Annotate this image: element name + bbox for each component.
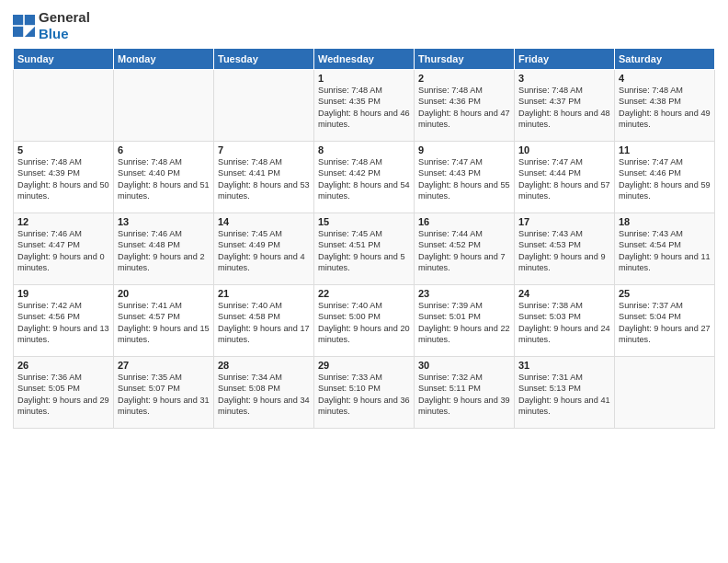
day-info: Sunrise: 7:48 AM Sunset: 4:38 PM Dayligh… — [619, 85, 711, 131]
day-number: 30 — [418, 360, 510, 371]
header: General Blue — [13, 9, 715, 42]
day-info: Sunrise: 7:48 AM Sunset: 4:40 PM Dayligh… — [118, 156, 210, 202]
calendar-cell: 9Sunrise: 7:47 AM Sunset: 4:43 PM Daylig… — [415, 142, 515, 213]
day-number: 1 — [318, 73, 410, 84]
day-info: Sunrise: 7:45 AM Sunset: 4:51 PM Dayligh… — [318, 228, 410, 274]
day-info: Sunrise: 7:35 AM Sunset: 5:07 PM Dayligh… — [118, 372, 210, 418]
calendar-cell: 2Sunrise: 7:48 AM Sunset: 4:36 PM Daylig… — [415, 70, 515, 142]
day-info: Sunrise: 7:34 AM Sunset: 5:08 PM Dayligh… — [218, 372, 310, 418]
calendar-cell: 10Sunrise: 7:47 AM Sunset: 4:44 PM Dayli… — [515, 142, 615, 213]
calendar-cell: 19Sunrise: 7:42 AM Sunset: 4:56 PM Dayli… — [14, 285, 114, 357]
calendar-cell — [114, 70, 214, 142]
day-number: 22 — [318, 288, 410, 299]
day-info: Sunrise: 7:48 AM Sunset: 4:41 PM Dayligh… — [218, 156, 310, 202]
calendar-cell — [615, 357, 715, 429]
calendar-cell: 21Sunrise: 7:40 AM Sunset: 4:58 PM Dayli… — [214, 285, 314, 357]
calendar-cell: 17Sunrise: 7:43 AM Sunset: 4:53 PM Dayli… — [515, 213, 615, 285]
calendar-cell: 18Sunrise: 7:43 AM Sunset: 4:54 PM Dayli… — [615, 213, 715, 285]
day-info: Sunrise: 7:47 AM Sunset: 4:44 PM Dayligh… — [518, 156, 610, 202]
day-info: Sunrise: 7:40 AM Sunset: 4:58 PM Dayligh… — [218, 300, 310, 346]
day-info: Sunrise: 7:43 AM Sunset: 4:53 PM Dayligh… — [518, 228, 610, 274]
day-number: 2 — [418, 73, 510, 84]
day-number: 18 — [619, 216, 711, 227]
day-header-thursday: Thursday — [415, 49, 515, 70]
day-number: 16 — [418, 216, 510, 227]
day-number: 7 — [218, 144, 310, 155]
day-number: 11 — [619, 144, 711, 155]
calendar-cell: 23Sunrise: 7:39 AM Sunset: 5:01 PM Dayli… — [415, 285, 515, 357]
day-info: Sunrise: 7:48 AM Sunset: 4:35 PM Dayligh… — [318, 85, 410, 131]
calendar-cell: 3Sunrise: 7:48 AM Sunset: 4:37 PM Daylig… — [515, 70, 615, 142]
calendar-week-row: 1Sunrise: 7:48 AM Sunset: 4:35 PM Daylig… — [14, 70, 715, 142]
calendar-cell — [14, 70, 114, 142]
day-info: Sunrise: 7:37 AM Sunset: 5:04 PM Dayligh… — [619, 300, 711, 346]
day-number: 8 — [318, 144, 410, 155]
svg-marker-3 — [25, 27, 35, 37]
day-info: Sunrise: 7:48 AM Sunset: 4:42 PM Dayligh… — [318, 156, 410, 202]
day-info: Sunrise: 7:36 AM Sunset: 5:05 PM Dayligh… — [17, 372, 109, 418]
day-number: 14 — [218, 216, 310, 227]
calendar-cell: 7Sunrise: 7:48 AM Sunset: 4:41 PM Daylig… — [214, 142, 314, 213]
calendar-week-row: 19Sunrise: 7:42 AM Sunset: 4:56 PM Dayli… — [14, 285, 715, 357]
calendar-week-row: 12Sunrise: 7:46 AM Sunset: 4:47 PM Dayli… — [14, 213, 715, 285]
calendar-cell: 27Sunrise: 7:35 AM Sunset: 5:07 PM Dayli… — [114, 357, 214, 429]
logo: General Blue — [13, 9, 90, 42]
calendar-cell: 5Sunrise: 7:48 AM Sunset: 4:39 PM Daylig… — [14, 142, 114, 213]
day-number: 23 — [418, 288, 510, 299]
calendar-cell: 24Sunrise: 7:38 AM Sunset: 5:03 PM Dayli… — [515, 285, 615, 357]
day-info: Sunrise: 7:33 AM Sunset: 5:10 PM Dayligh… — [318, 372, 410, 418]
calendar-cell: 6Sunrise: 7:48 AM Sunset: 4:40 PM Daylig… — [114, 142, 214, 213]
calendar-cell: 15Sunrise: 7:45 AM Sunset: 4:51 PM Dayli… — [314, 213, 415, 285]
calendar-cell: 30Sunrise: 7:32 AM Sunset: 5:11 PM Dayli… — [415, 357, 515, 429]
calendar-table: SundayMondayTuesdayWednesdayThursdayFrid… — [13, 48, 715, 429]
day-number: 4 — [619, 73, 711, 84]
day-info: Sunrise: 7:39 AM Sunset: 5:01 PM Dayligh… — [418, 300, 510, 346]
day-info: Sunrise: 7:48 AM Sunset: 4:39 PM Dayligh… — [17, 156, 109, 202]
day-info: Sunrise: 7:44 AM Sunset: 4:52 PM Dayligh… — [418, 228, 510, 274]
day-number: 20 — [118, 288, 210, 299]
day-number: 12 — [17, 216, 109, 227]
calendar-cell: 11Sunrise: 7:47 AM Sunset: 4:46 PM Dayli… — [615, 142, 715, 213]
calendar-cell: 20Sunrise: 7:41 AM Sunset: 4:57 PM Dayli… — [114, 285, 214, 357]
day-info: Sunrise: 7:46 AM Sunset: 4:47 PM Dayligh… — [17, 228, 109, 274]
day-number: 17 — [518, 216, 610, 227]
day-info: Sunrise: 7:45 AM Sunset: 4:49 PM Dayligh… — [218, 228, 310, 274]
day-number: 24 — [518, 288, 610, 299]
day-info: Sunrise: 7:40 AM Sunset: 5:00 PM Dayligh… — [318, 300, 410, 346]
calendar-cell: 1Sunrise: 7:48 AM Sunset: 4:35 PM Daylig… — [314, 70, 415, 142]
day-header-wednesday: Wednesday — [314, 49, 415, 70]
day-info: Sunrise: 7:46 AM Sunset: 4:48 PM Dayligh… — [118, 228, 210, 274]
day-number: 28 — [218, 360, 310, 371]
calendar-cell: 25Sunrise: 7:37 AM Sunset: 5:04 PM Dayli… — [615, 285, 715, 357]
calendar-header-row: SundayMondayTuesdayWednesdayThursdayFrid… — [14, 49, 715, 70]
logo-general: General — [39, 9, 90, 26]
day-number: 25 — [619, 288, 711, 299]
day-info: Sunrise: 7:32 AM Sunset: 5:11 PM Dayligh… — [418, 372, 510, 418]
calendar-week-row: 5Sunrise: 7:48 AM Sunset: 4:39 PM Daylig… — [14, 142, 715, 213]
day-info: Sunrise: 7:41 AM Sunset: 4:57 PM Dayligh… — [118, 300, 210, 346]
day-header-saturday: Saturday — [615, 49, 715, 70]
day-number: 5 — [17, 144, 109, 155]
day-number: 27 — [118, 360, 210, 371]
logo-blue: Blue — [39, 26, 90, 42]
day-number: 29 — [318, 360, 410, 371]
day-number: 15 — [318, 216, 410, 227]
page-container: General Blue SundayMondayTuesdayWednesda… — [0, 0, 728, 434]
day-number: 9 — [418, 144, 510, 155]
calendar-cell: 4Sunrise: 7:48 AM Sunset: 4:38 PM Daylig… — [615, 70, 715, 142]
calendar-cell: 28Sunrise: 7:34 AM Sunset: 5:08 PM Dayli… — [214, 357, 314, 429]
day-number: 13 — [118, 216, 210, 227]
day-header-friday: Friday — [515, 49, 615, 70]
day-info: Sunrise: 7:48 AM Sunset: 4:36 PM Dayligh… — [418, 85, 510, 131]
svg-rect-0 — [13, 15, 23, 25]
day-number: 26 — [17, 360, 109, 371]
day-number: 10 — [518, 144, 610, 155]
day-number: 3 — [518, 73, 610, 84]
svg-rect-2 — [13, 27, 23, 37]
day-number: 6 — [118, 144, 210, 155]
day-info: Sunrise: 7:38 AM Sunset: 5:03 PM Dayligh… — [518, 300, 610, 346]
day-header-tuesday: Tuesday — [214, 49, 314, 70]
calendar-cell: 12Sunrise: 7:46 AM Sunset: 4:47 PM Dayli… — [14, 213, 114, 285]
calendar-cell: 13Sunrise: 7:46 AM Sunset: 4:48 PM Dayli… — [114, 213, 214, 285]
day-header-sunday: Sunday — [14, 49, 114, 70]
